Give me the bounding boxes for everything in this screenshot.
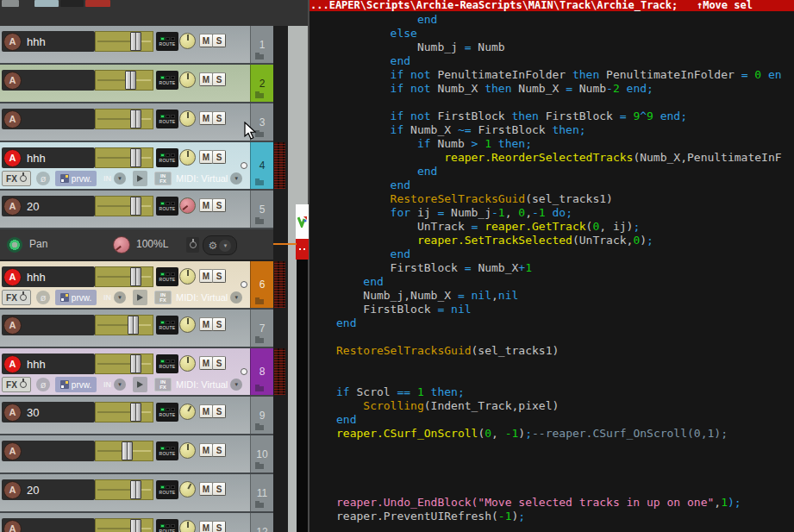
power-icon[interactable] — [20, 175, 27, 182]
monitor-button[interactable] — [133, 377, 147, 392]
track-letter-badge[interactable]: A — [3, 197, 22, 216]
route-button[interactable]: ROUTE — [156, 148, 178, 167]
midi-dropdown-icon[interactable]: ▼ — [230, 291, 242, 304]
record-arm-circle[interactable] — [241, 162, 247, 169]
fader-handle[interactable] — [128, 316, 139, 335]
volume-fader[interactable] — [95, 70, 153, 91]
fx-button[interactable]: FX — [2, 171, 31, 186]
track-number[interactable]: 11 — [250, 474, 273, 511]
track-row-7[interactable]: AROUTEMS7 — [0, 310, 273, 348]
route-button[interactable]: ROUTE — [156, 403, 178, 422]
track-letter-badge[interactable]: A — [3, 72, 22, 90]
track-letter-badge[interactable]: A — [3, 442, 22, 460]
fader-handle[interactable] — [130, 403, 141, 422]
track-name-box[interactable]: Ahhh — [2, 147, 95, 168]
solo-button[interactable]: S — [212, 317, 226, 331]
track-row-9[interactable]: A30ROUTEMS9 — [0, 397, 273, 435]
fader-handle[interactable] — [125, 71, 136, 90]
record-arm-circle[interactable] — [241, 368, 247, 375]
fader-handle[interactable] — [130, 197, 141, 216]
prvw-button[interactable]: prvw. — [55, 171, 97, 186]
pan-knob[interactable] — [179, 149, 196, 166]
track-letter-badge[interactable]: A — [3, 268, 22, 286]
volume-fader[interactable] — [95, 441, 153, 461]
track-number[interactable]: 6 — [250, 261, 273, 308]
mute-button[interactable]: M — [199, 72, 213, 86]
track-row-5[interactable]: A20ROUTEMS5 — [0, 191, 273, 229]
envelope-power-button[interactable] — [186, 237, 199, 253]
fx-button[interactable]: FX — [2, 290, 31, 305]
solo-button[interactable]: S — [212, 404, 226, 418]
track-row-1[interactable]: AhhhROUTEMS1 — [0, 26, 273, 65]
fx-button[interactable]: FX — [2, 377, 31, 392]
monitor-button[interactable] — [133, 290, 147, 305]
mute-button[interactable]: M — [199, 198, 213, 212]
track-letter-badge[interactable]: A — [3, 149, 22, 167]
route-button[interactable]: ROUTE — [156, 197, 178, 216]
pan-knob[interactable] — [179, 355, 196, 372]
pan-knob[interactable] — [179, 316, 196, 333]
solo-button[interactable]: S — [212, 356, 226, 370]
mute-button[interactable]: M — [199, 404, 213, 418]
code-area[interactable]: end else Numb_j = Numb end if not Penult… — [336, 13, 794, 532]
fader-handle[interactable] — [130, 354, 141, 373]
mute-button[interactable]: M — [199, 269, 213, 283]
track-letter-badge[interactable]: A — [3, 481, 22, 499]
track-name-box[interactable]: A — [2, 109, 95, 129]
track-name-box[interactable]: A30 — [2, 402, 95, 422]
route-button[interactable]: ROUTE — [156, 110, 178, 128]
track-number[interactable]: 9 — [250, 397, 273, 434]
route-button[interactable]: ROUTE — [156, 316, 178, 335]
midi-dropdown-icon[interactable]: ▼ — [230, 379, 242, 391]
mute-button[interactable]: M — [199, 521, 213, 532]
track-number[interactable]: 7 — [250, 310, 273, 347]
track-letter-badge[interactable]: A — [3, 404, 22, 422]
pan-envelope-lane[interactable]: Pan100%L⚙▼ — [0, 229, 273, 261]
route-button[interactable]: ROUTE — [156, 519, 178, 532]
editor-title-bar[interactable]: ...EAPER\Scripts\Archie-ReaScripts\MAIN\… — [309, 0, 794, 11]
track-number[interactable]: 10 — [250, 435, 273, 473]
track-number[interactable]: 5 — [250, 191, 273, 228]
power-icon[interactable] — [20, 381, 27, 388]
volume-fader[interactable] — [95, 147, 153, 168]
track-row-4[interactable]: AhhhROUTEMS4FXøprvw.IN▼INFXMIDI: Virtual… — [0, 142, 273, 191]
volume-fader[interactable] — [95, 479, 153, 500]
track-number[interactable]: 8 — [250, 348, 273, 395]
volume-fader[interactable] — [95, 518, 153, 532]
pan-knob[interactable] — [179, 33, 196, 49]
track-name-box[interactable]: Ahhh — [2, 31, 95, 52]
volume-fader[interactable] — [95, 196, 153, 216]
bypass-icon[interactable]: ø — [36, 172, 50, 185]
volume-fader[interactable] — [95, 315, 153, 335]
mute-button[interactable]: M — [199, 443, 213, 457]
solo-button[interactable]: S — [212, 150, 226, 164]
toolbar-button-3[interactable] — [60, 0, 84, 7]
volume-fader[interactable] — [95, 354, 153, 374]
pan-knob[interactable] — [179, 481, 196, 498]
toolbar-button-1[interactable] — [2, 0, 19, 7]
solo-button[interactable]: S — [212, 34, 226, 47]
pan-knob[interactable] — [179, 404, 196, 420]
input-dropdown-icon[interactable]: ▼ — [114, 291, 126, 304]
solo-button[interactable]: S — [212, 269, 226, 283]
mini-red-titlebar[interactable] — [296, 239, 309, 260]
track-letter-badge[interactable]: A — [3, 33, 22, 51]
pan-knob[interactable] — [179, 197, 196, 214]
fader-handle[interactable] — [122, 441, 133, 460]
track-number[interactable]: 2 — [250, 65, 273, 102]
track-number[interactable]: 1 — [250, 26, 273, 63]
solo-button[interactable]: S — [212, 72, 226, 86]
input-fx-badge[interactable]: INFX — [154, 378, 172, 391]
mute-button[interactable]: M — [199, 317, 213, 331]
pan-knob[interactable] — [179, 110, 196, 127]
input-dropdown-icon[interactable]: ▼ — [114, 172, 126, 185]
track-row-3[interactable]: AROUTEMS3 — [0, 103, 273, 142]
volume-fader[interactable] — [95, 266, 153, 287]
track-row-6[interactable]: AhhhROUTEMS6FXøprvw.IN▼INFXMIDI: Virtual… — [0, 261, 273, 310]
track-row-8[interactable]: AhhhROUTEMS8FXøprvw.IN▼INFXMIDI: Virtual… — [0, 348, 273, 397]
track-row-11[interactable]: A20ROUTEMS11 — [0, 474, 273, 513]
route-button[interactable]: ROUTE — [156, 354, 178, 373]
track-row-2[interactable]: AROUTEMS2 — [0, 65, 273, 103]
track-number[interactable]: 4 — [250, 142, 273, 189]
track-letter-badge[interactable]: A — [3, 355, 22, 373]
